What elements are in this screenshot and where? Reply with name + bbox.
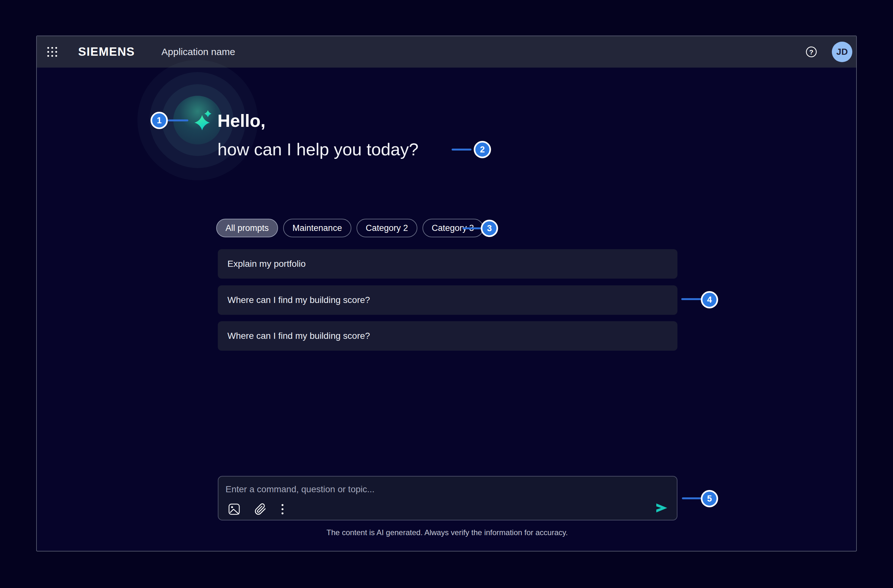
chip-all-prompts[interactable]: All prompts [216,219,278,237]
paperclip-icon[interactable] [254,503,266,515]
image-icon[interactable] [228,503,240,515]
siemens-logo: SIEMENS [78,36,135,68]
top-bar: SIEMENS Application name ? JD [37,36,856,68]
chip-category-2[interactable]: Category 2 [356,219,417,237]
kebab-menu-icon[interactable] [281,503,284,515]
prompt-filter-chips: All prompts Maintenance Category 2 Categ… [216,219,483,237]
callout-badge-1: 1 [150,112,168,129]
greeting-title: Hello, [218,110,266,131]
send-icon[interactable] [655,501,669,515]
help-question-icon[interactable]: ? [805,45,818,58]
composer-toolbar [228,503,284,515]
prompt-card[interactable]: Where can I find my building score? [218,285,677,315]
chip-maintenance[interactable]: Maintenance [283,219,351,237]
callout-line-2 [452,149,472,150]
callout-badge-3: 3 [481,220,498,237]
callout-line-5 [682,497,701,499]
prompt-card-text: Where can I find my building score? [227,331,370,341]
app-launcher-grid-icon[interactable] [46,45,59,58]
prompt-card-text: Where can I find my building score? [227,295,370,305]
callout-line-1 [168,119,188,121]
prompt-card[interactable]: Where can I find my building score? [218,321,677,351]
app-window: SIEMENS Application name ? JD Hello, how… [36,36,857,552]
callout-line-3 [463,227,481,229]
prompt-card[interactable]: Explain my portfolio [218,249,677,279]
callout-badge-2: 2 [474,141,491,158]
ai-sparkle-icon [192,109,215,132]
composer[interactable] [218,476,677,520]
ai-disclaimer: The content is AI generated. Always veri… [37,528,857,537]
svg-text:?: ? [809,48,813,56]
callout-badge-4: 4 [701,291,718,308]
callout-badge-5: 5 [701,490,718,507]
prompt-card-text: Explain my portfolio [227,259,305,269]
avatar[interactable]: JD [832,42,852,62]
callout-line-4 [681,298,701,300]
greeting-subtitle: how can I help you today? [218,139,418,160]
composer-input[interactable] [226,482,626,496]
